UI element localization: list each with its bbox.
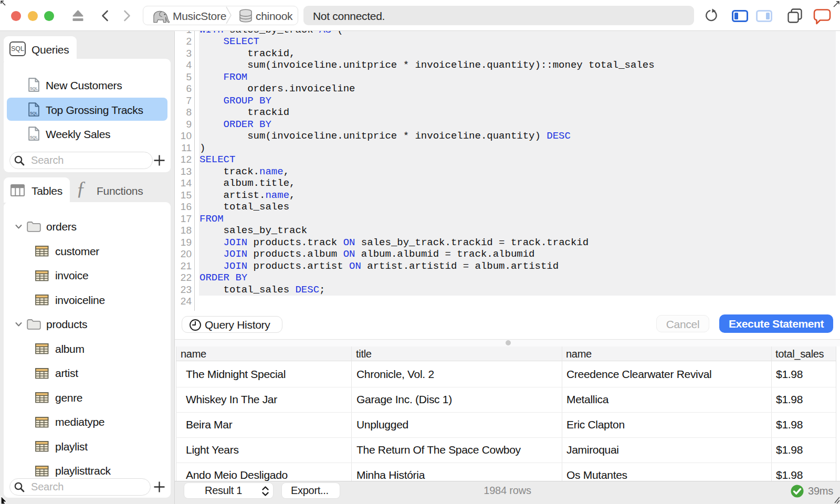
- svg-text:SQL: SQL: [30, 111, 38, 116]
- svg-text:SQL: SQL: [30, 86, 38, 91]
- svg-text:SQL: SQL: [30, 135, 38, 140]
